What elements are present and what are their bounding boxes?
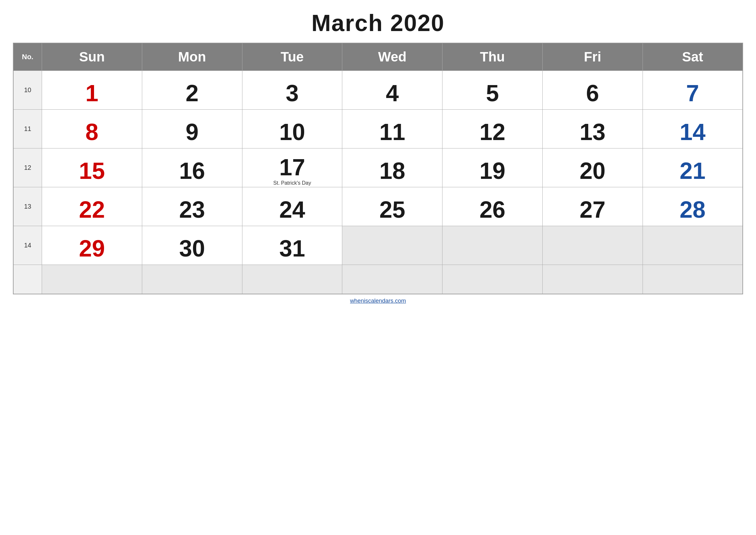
day-cell: 22 — [42, 187, 142, 226]
day-number: 13 — [543, 120, 642, 144]
day-cell: 21 — [642, 149, 743, 187]
day-number: 23 — [142, 198, 242, 221]
day-cell: 12 — [443, 110, 543, 149]
empty-cell — [642, 265, 743, 294]
day-cell: 31 — [242, 226, 342, 265]
day-cell: 14 — [642, 110, 743, 149]
empty-cell — [342, 265, 443, 294]
day-cell — [542, 226, 642, 265]
day-number: 16 — [142, 159, 242, 183]
empty-cell — [242, 265, 342, 294]
calendar-title: March 2020 — [311, 10, 445, 36]
header-tue: Tue — [242, 43, 342, 71]
week-number: 12 — [13, 149, 42, 187]
day-cell: 7 — [642, 71, 743, 110]
day-number: 8 — [42, 120, 142, 144]
day-cell: 8 — [42, 110, 142, 149]
empty-cell — [13, 265, 42, 294]
day-number: 21 — [643, 159, 742, 183]
day-number: 5 — [443, 81, 542, 105]
day-number: 31 — [242, 237, 342, 260]
day-number: 7 — [643, 81, 742, 105]
day-number: 12 — [443, 120, 542, 144]
day-number: 30 — [142, 237, 242, 260]
day-number: 15 — [42, 159, 142, 183]
day-number: 3 — [242, 81, 342, 105]
day-cell: 5 — [443, 71, 543, 110]
day-number: 25 — [342, 198, 442, 221]
day-number: 20 — [543, 159, 642, 183]
empty-cell — [142, 265, 242, 294]
week-row: 14293031 — [13, 226, 743, 265]
day-number: 17 — [242, 155, 342, 179]
day-number: 4 — [342, 81, 442, 105]
day-cell: 15 — [42, 149, 142, 187]
day-number: 6 — [543, 81, 642, 105]
empty-cell — [443, 265, 543, 294]
day-cell — [443, 226, 543, 265]
day-cell: 27 — [542, 187, 642, 226]
day-number: 14 — [643, 120, 742, 144]
header-sun: Sun — [42, 43, 142, 71]
day-cell: 30 — [142, 226, 242, 265]
empty-cell — [42, 265, 142, 294]
day-cell: 19 — [443, 149, 543, 187]
calendar-table: No. Sun Mon Tue Wed Thu Fri Sat 10123456… — [13, 43, 743, 294]
footer-link[interactable]: wheniscalendars.com — [350, 297, 406, 304]
day-number: 22 — [42, 198, 142, 221]
day-cell: 17St. Patrick's Day — [242, 149, 342, 187]
day-cell: 29 — [42, 226, 142, 265]
header-fri: Fri — [542, 43, 642, 71]
day-cell: 23 — [142, 187, 242, 226]
day-number: 27 — [543, 198, 642, 221]
day-cell: 26 — [443, 187, 543, 226]
day-cell: 18 — [342, 149, 443, 187]
header-wed: Wed — [342, 43, 443, 71]
day-number: 19 — [443, 159, 542, 183]
day-number: 1 — [42, 81, 142, 105]
day-cell — [642, 226, 743, 265]
holiday-label: St. Patrick's Day — [242, 180, 342, 186]
week-row: 11891011121314 — [13, 110, 743, 149]
week-number: 11 — [13, 110, 42, 149]
header-thu: Thu — [443, 43, 543, 71]
header-sat: Sat — [642, 43, 743, 71]
day-cell: 28 — [642, 187, 743, 226]
day-cell: 16 — [142, 149, 242, 187]
week-number: 14 — [13, 226, 42, 265]
day-number: 11 — [342, 120, 442, 144]
day-cell — [342, 226, 443, 265]
day-number: 29 — [42, 237, 142, 260]
day-number: 18 — [342, 159, 442, 183]
calendar-body: 1012345671189101112131412151617St. Patri… — [13, 71, 743, 294]
day-cell: 4 — [342, 71, 443, 110]
day-cell: 20 — [542, 149, 642, 187]
header-mon: Mon — [142, 43, 242, 71]
day-cell: 2 — [142, 71, 242, 110]
empty-cell — [542, 265, 642, 294]
day-number: 26 — [443, 198, 542, 221]
day-number: 24 — [242, 198, 342, 221]
header-row: No. Sun Mon Tue Wed Thu Fri Sat — [13, 43, 743, 71]
day-cell: 24 — [242, 187, 342, 226]
day-cell: 1 — [42, 71, 142, 110]
empty-row — [13, 265, 743, 294]
week-number: 13 — [13, 187, 42, 226]
day-number: 10 — [242, 120, 342, 144]
day-cell: 10 — [242, 110, 342, 149]
day-cell: 25 — [342, 187, 443, 226]
week-row: 101234567 — [13, 71, 743, 110]
day-cell: 11 — [342, 110, 443, 149]
day-number: 2 — [142, 81, 242, 105]
day-number: 28 — [643, 198, 742, 221]
week-number: 10 — [13, 71, 42, 110]
header-no: No. — [13, 43, 42, 71]
day-cell: 6 — [542, 71, 642, 110]
day-cell: 3 — [242, 71, 342, 110]
day-cell: 13 — [542, 110, 642, 149]
day-number: 9 — [142, 120, 242, 144]
week-row: 12151617St. Patrick's Day18192021 — [13, 149, 743, 187]
week-row: 1322232425262728 — [13, 187, 743, 226]
day-cell: 9 — [142, 110, 242, 149]
